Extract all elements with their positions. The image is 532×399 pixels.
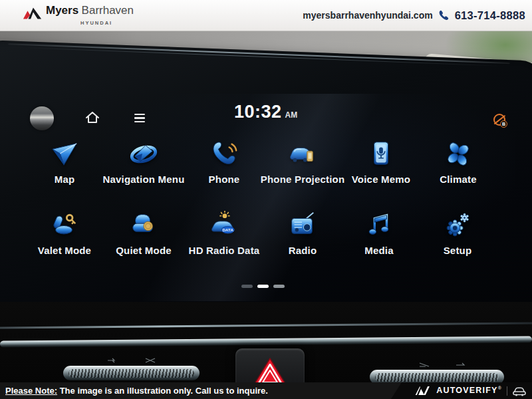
valet-mode-icon [49, 210, 80, 241]
voice-memo-icon [366, 139, 396, 170]
disclaimer: Please Note: The image is an illustratio… [5, 386, 268, 396]
quiet-mode-icon [128, 210, 159, 241]
air-vent-trim [63, 366, 200, 380]
autoverify-wordmark: AUTOVERIFY® [436, 386, 502, 395]
autoverify-logo-icon [414, 385, 432, 396]
page-indicator-dot[interactable] [273, 285, 285, 288]
dealer-name-regular: Barrhaven [82, 4, 134, 17]
vent-control-icon [418, 362, 432, 368]
svg-text:DATA: DATA [223, 227, 234, 232]
chrome-trim [0, 323, 532, 329]
chrome-trim [0, 336, 532, 348]
setup-icon [442, 210, 473, 241]
phone-contact-icon [438, 9, 450, 22]
photo-footer: Please Note: The image is an illustratio… [0, 382, 532, 399]
phone-icon [209, 139, 239, 170]
infotainment-screen: 10:32AM B Map [20, 94, 515, 301]
navigation-menu-icon [128, 139, 159, 170]
vent-controls [106, 358, 158, 364]
car-icon [512, 386, 527, 396]
myers-logo-icon [23, 5, 43, 21]
menu-icon [134, 114, 145, 115]
dealer-phone: 613-714-8888 [455, 9, 525, 22]
climate-icon [443, 139, 473, 170]
footer-divider [507, 386, 507, 396]
time-value: 10:32 [234, 102, 282, 122]
dealer-website: myersbarrhavenhyundai.com [303, 10, 432, 21]
disclaimer-text: The image is an illustration only. Call … [57, 386, 268, 396]
radio-icon [287, 210, 318, 241]
menu-icon [134, 117, 145, 118]
media-icon [364, 210, 394, 241]
dealer-contact: myersbarrhavenhyundai.com 613-714-8888 [303, 0, 525, 31]
menu-icon [134, 121, 145, 122]
dealer-vehicle-photo: Myers Barrhaven HYUNDAI myersbarrhavenhy… [0, 0, 532, 399]
dealer-logo: Myers Barrhaven HYUNDAI [23, 4, 134, 30]
menu-item-label: Climate [402, 174, 515, 186]
menu-button[interactable] [134, 114, 145, 122]
hd-radio-data-icon: DATA [209, 210, 239, 241]
map-icon [49, 139, 80, 170]
dealer-brand: HYUNDAI [80, 17, 134, 30]
vent-control-icon [144, 358, 158, 364]
menu-item-setup[interactable]: Setup [401, 210, 514, 257]
menu-item-climate[interactable]: Climate [402, 139, 515, 186]
page-indicator-dot-active[interactable] [257, 285, 269, 288]
page-indicator [241, 285, 285, 288]
vent-control-icon [106, 358, 121, 364]
home-button[interactable] [85, 111, 100, 124]
bluetooth-phone-battery-icon: B [493, 114, 505, 126]
dealer-name-bold: Myers [46, 4, 78, 17]
clock: 10:32AM [234, 102, 297, 122]
page-indicator-dot[interactable] [241, 285, 253, 288]
vent-controls [418, 362, 469, 368]
home-icon [85, 111, 100, 124]
time-period: AM [285, 110, 298, 120]
registered-mark: ® [498, 386, 502, 390]
bluetooth-badge: B [500, 120, 507, 128]
phone-projection-icon [287, 139, 318, 170]
dashboard-photo: 10:32AM B Map [0, 31, 532, 399]
map-thumbnail[interactable] [30, 106, 54, 130]
menu-item-label: Setup [401, 245, 514, 257]
autoverify-brand: AUTOVERIFY® [414, 382, 527, 399]
dealer-header: Myers Barrhaven HYUNDAI myersbarrhavenhy… [0, 0, 532, 31]
vent-control-icon [455, 362, 469, 368]
disclaimer-label: Please Note: [5, 386, 57, 396]
